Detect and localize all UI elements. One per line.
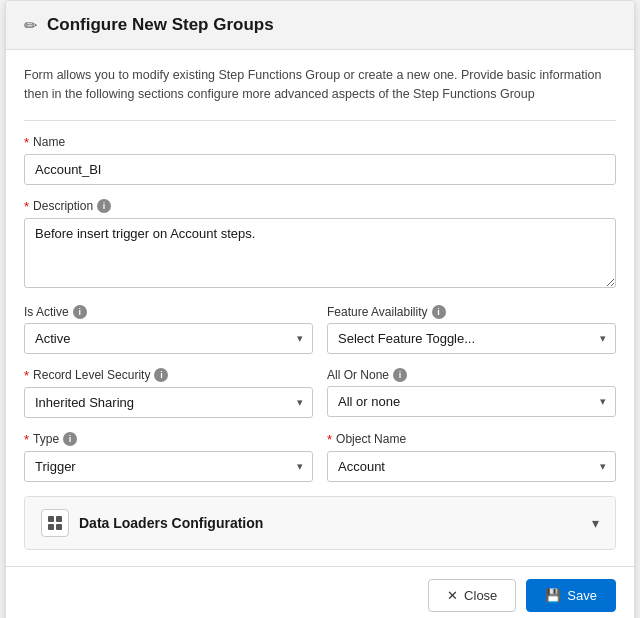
- save-label: Save: [567, 588, 597, 603]
- type-col: * Type i Trigger ▾: [24, 432, 313, 482]
- is-active-col: Is Active i Active ▾: [24, 305, 313, 354]
- configure-modal: ✏ Configure New Step Groups Form allows …: [5, 0, 635, 618]
- all-or-none-info-icon[interactable]: i: [393, 368, 407, 382]
- description-textarea[interactable]: Before insert trigger on Account steps.: [24, 218, 616, 288]
- section-chevron-icon: ▾: [592, 515, 599, 531]
- object-name-label: * Object Name: [327, 432, 616, 447]
- desc-required-star: *: [24, 199, 29, 214]
- modal-footer: ✕ Close 💾 Save: [6, 566, 634, 619]
- close-button[interactable]: ✕ Close: [428, 579, 516, 612]
- feature-availability-col: Feature Availability i Select Feature To…: [327, 305, 616, 354]
- data-loaders-header[interactable]: Data Loaders Configuration ▾: [25, 497, 615, 549]
- is-active-select[interactable]: Active: [24, 323, 313, 354]
- feature-availability-info-icon[interactable]: i: [432, 305, 446, 319]
- rls-select[interactable]: Inherited Sharing: [24, 387, 313, 418]
- object-name-col: * Object Name Account ▾: [327, 432, 616, 482]
- active-feature-row: Is Active i Active ▾ Feature Availabilit…: [24, 305, 616, 354]
- all-or-none-label: All Or None i: [327, 368, 616, 382]
- svg-rect-3: [56, 524, 62, 530]
- edit-icon: ✏: [24, 16, 37, 35]
- all-or-none-select[interactable]: All or none: [327, 386, 616, 417]
- obj-required-star: *: [327, 432, 332, 447]
- modal-body: Form allows you to modify existing Step …: [6, 50, 634, 566]
- svg-rect-0: [48, 516, 54, 522]
- type-select[interactable]: Trigger: [24, 451, 313, 482]
- divider: [24, 120, 616, 121]
- modal-title: Configure New Step Groups: [47, 15, 274, 35]
- type-select-wrapper: Trigger ▾: [24, 451, 313, 482]
- all-or-none-col: All Or None i All or none ▾: [327, 368, 616, 418]
- section-header-left: Data Loaders Configuration: [41, 509, 263, 537]
- section-icon: [41, 509, 69, 537]
- modal-header: ✏ Configure New Step Groups: [6, 1, 634, 50]
- is-active-info-icon[interactable]: i: [73, 305, 87, 319]
- object-name-select[interactable]: Account: [327, 451, 616, 482]
- form-description: Form allows you to modify existing Step …: [24, 66, 616, 104]
- required-star: *: [24, 135, 29, 150]
- is-active-select-wrapper: Active ▾: [24, 323, 313, 354]
- name-group: * Name: [24, 135, 616, 185]
- description-group: * Description i Before insert trigger on…: [24, 199, 616, 291]
- feature-availability-select[interactable]: Select Feature Toggle...: [327, 323, 616, 354]
- record-level-security-label: * Record Level Security i: [24, 368, 313, 383]
- close-label: Close: [464, 588, 497, 603]
- all-or-none-select-wrapper: All or none ▾: [327, 386, 616, 417]
- security-allornone-row: * Record Level Security i Inherited Shar…: [24, 368, 616, 418]
- type-label: * Type i: [24, 432, 313, 447]
- save-icon: 💾: [545, 588, 561, 603]
- rls-select-wrapper: Inherited Sharing ▾: [24, 387, 313, 418]
- record-level-security-col: * Record Level Security i Inherited Shar…: [24, 368, 313, 418]
- rls-info-icon[interactable]: i: [154, 368, 168, 382]
- description-label: * Description i: [24, 199, 616, 214]
- section-title: Data Loaders Configuration: [79, 515, 263, 531]
- name-input[interactable]: [24, 154, 616, 185]
- data-loaders-panel: Data Loaders Configuration ▾: [24, 496, 616, 550]
- rls-required-star: *: [24, 368, 29, 383]
- type-info-icon[interactable]: i: [63, 432, 77, 446]
- name-label: * Name: [24, 135, 616, 150]
- is-active-label: Is Active i: [24, 305, 313, 319]
- feature-availability-select-wrapper: Select Feature Toggle... ▾: [327, 323, 616, 354]
- type-object-row: * Type i Trigger ▾ * Object Name: [24, 432, 616, 482]
- svg-rect-2: [48, 524, 54, 530]
- object-name-select-wrapper: Account ▾: [327, 451, 616, 482]
- type-required-star: *: [24, 432, 29, 447]
- feature-availability-label: Feature Availability i: [327, 305, 616, 319]
- save-button[interactable]: 💾 Save: [526, 579, 616, 612]
- description-info-icon[interactable]: i: [97, 199, 111, 213]
- close-icon: ✕: [447, 588, 458, 603]
- svg-rect-1: [56, 516, 62, 522]
